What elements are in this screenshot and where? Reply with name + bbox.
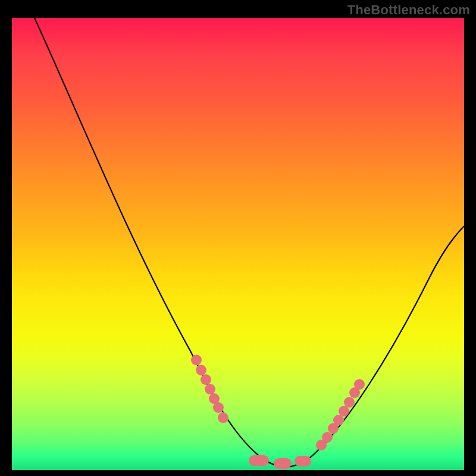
marker-dot	[205, 384, 215, 394]
marker-dot	[191, 355, 202, 365]
marker-dot	[333, 415, 344, 425]
curve-layer	[12, 18, 464, 470]
plot-area	[12, 18, 464, 470]
bottleneck-curve	[35, 18, 464, 467]
marker-dot	[201, 374, 211, 385]
marker-dot	[344, 397, 355, 408]
marker-dot	[322, 432, 333, 443]
marker-dot	[354, 379, 365, 390]
marker-dot	[218, 412, 228, 423]
marker-group	[191, 355, 365, 469]
marker-pill	[295, 456, 311, 466]
marker-pill	[274, 458, 292, 469]
marker-dot	[196, 365, 206, 375]
chart-frame: TheBottleneck.com	[0, 0, 476, 476]
marker-dot	[339, 406, 349, 416]
marker-pill	[249, 455, 269, 466]
watermark-text: TheBottleneck.com	[347, 2, 470, 18]
marker-dot	[213, 402, 224, 413]
